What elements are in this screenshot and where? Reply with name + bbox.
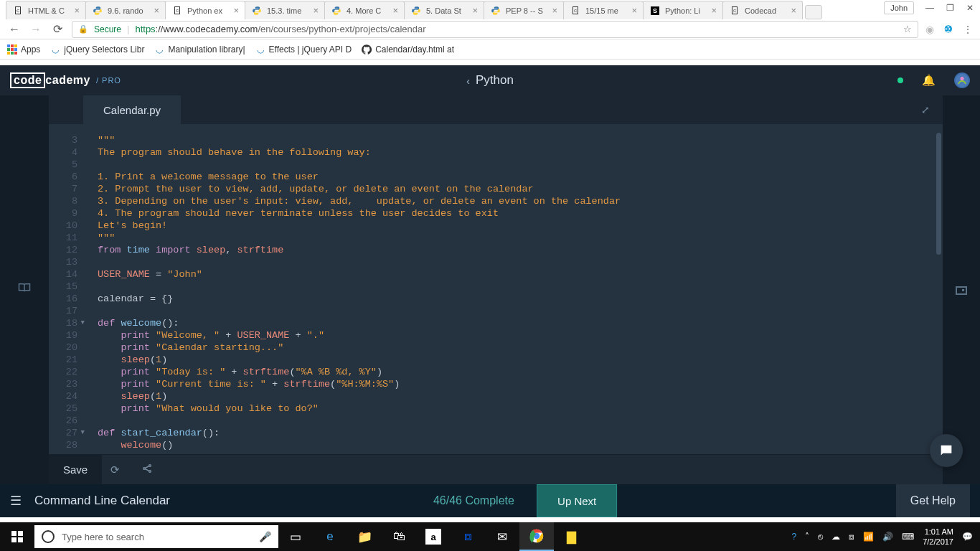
lock-icon: 🔒	[78, 24, 88, 34]
forward-button[interactable]: →	[29, 23, 43, 36]
lessons-icon[interactable]	[18, 282, 31, 296]
tab-close-icon[interactable]: ×	[313, 5, 319, 16]
tray-dropbox-icon[interactable]: ⧈	[849, 532, 854, 542]
tab-close-icon[interactable]: ×	[711, 5, 717, 16]
syllabus-menu-icon[interactable]: ☰	[10, 493, 22, 509]
tab-close-icon[interactable]: ×	[472, 5, 478, 16]
line-gutter: 3456789101112131415161718▼19202122232425…	[49, 124, 83, 454]
reload-button[interactable]: ⟳	[50, 22, 65, 36]
url-input[interactable]: 🔒 Secure | https://www.codecademy.com/en…	[72, 21, 918, 38]
share-icon[interactable]	[141, 463, 153, 476]
file-explorer-icon[interactable]: 📁	[347, 522, 382, 551]
taskbar-search[interactable]: Type here to search 🎤	[34, 525, 278, 548]
tab-close-icon[interactable]: ×	[74, 5, 80, 16]
favicon-icon: c	[729, 5, 740, 17]
codecademy-logo[interactable]: codecademy / PRO	[10, 72, 121, 88]
bookmark-effects[interactable]: ◡Effects | jQuery API D	[255, 44, 352, 55]
browser-tab[interactable]: 15.3. time×	[245, 1, 325, 19]
address-bar: ← → ⟳ 🔒 Secure | https://www.codecademy.…	[0, 19, 980, 39]
right-rail	[943, 95, 980, 484]
windows-taskbar: Type here to search 🎤 ▭ e 📁 🛍 a ⧈ ✉ ▇ ? …	[0, 522, 980, 551]
tab-close-icon[interactable]: ×	[552, 5, 557, 16]
star-icon[interactable]: ☆	[903, 24, 912, 34]
window-minimize[interactable]: —	[920, 3, 940, 13]
app-footer: ☰ Command Line Calendar 46/46 Complete U…	[0, 484, 980, 517]
user-avatar[interactable]	[954, 72, 970, 88]
mic-icon[interactable]: 🎤	[259, 531, 271, 542]
favicon-icon: S	[649, 5, 661, 17]
browser-tab[interactable]: 9.6. rando×	[85, 1, 166, 19]
tray-help-icon[interactable]: ?	[791, 532, 796, 542]
chrome-menu-icon[interactable]: ⋮	[963, 24, 973, 35]
tray-chevron-up-icon[interactable]: ˄	[805, 532, 809, 542]
browser-tab[interactable]: 4. More C×	[324, 1, 405, 19]
back-button[interactable]: ←	[7, 23, 22, 36]
task-view-icon[interactable]: ▭	[278, 522, 313, 551]
new-tab-button[interactable]	[805, 5, 822, 19]
code-editor[interactable]: 3456789101112131415161718▼19202122232425…	[49, 124, 943, 454]
browser-tab[interactable]: cPython ex×	[165, 1, 245, 19]
extension-icon[interactable]: ◉	[925, 24, 934, 35]
browser-tab[interactable]: PEP 8 -- S×	[484, 1, 564, 19]
tab-close-icon[interactable]: ×	[791, 5, 796, 16]
tray-logitech-icon[interactable]: ⎋	[818, 532, 823, 542]
course-breadcrumb[interactable]: ‹ Python	[466, 73, 514, 88]
browser-tab[interactable]: cHTML & C×	[6, 1, 86, 19]
tab-close-icon[interactable]: ×	[154, 5, 159, 16]
svg-point-4	[149, 471, 151, 473]
editor-scrollbar[interactable]	[936, 133, 941, 255]
window-maximize[interactable]: ❐	[940, 3, 960, 13]
dropbox-icon[interactable]: ⧈	[451, 522, 485, 551]
connection-status-dot	[897, 77, 903, 83]
intercom-chat-button[interactable]	[930, 434, 963, 467]
browser-tab[interactable]: 5. Data St×	[404, 1, 484, 19]
taskbar-clock[interactable]: 1:01 AM 7/2/2017	[923, 527, 953, 547]
chrome-icon[interactable]	[519, 522, 554, 551]
sticky-notes-icon[interactable]: ▇	[554, 522, 588, 551]
tray-notifications-icon[interactable]: 💬	[962, 532, 973, 542]
window-controls: John — ❐ ✕	[884, 0, 980, 16]
edge-icon[interactable]: e	[313, 522, 347, 551]
secure-label: Secure	[94, 24, 121, 34]
code-content[interactable]: """The program should behave in the foll…	[83, 124, 943, 454]
amazon-icon[interactable]: a	[425, 529, 441, 545]
get-help-button[interactable]: Get Help	[896, 484, 970, 517]
left-rail	[0, 95, 49, 484]
hp-icon[interactable]: ⑩	[944, 24, 953, 34]
taskbar-apps: ▭ e 📁 🛍 a ⧈ ✉ ▇	[278, 522, 588, 551]
tab-close-icon[interactable]: ×	[631, 5, 637, 16]
bookmark-calendar-github[interactable]: Calendar/day.html at	[362, 44, 454, 55]
bookmark-manipulation[interactable]: ◡Manipulation library|	[154, 44, 245, 55]
tab-close-icon[interactable]: ×	[233, 5, 239, 16]
start-button[interactable]	[0, 522, 34, 551]
tab-close-icon[interactable]: ×	[392, 5, 398, 16]
mail-icon[interactable]: ✉	[485, 522, 519, 551]
chrome-profile-badge[interactable]: John	[884, 1, 914, 14]
apps-bookmark[interactable]: Apps	[7, 44, 40, 55]
svg-rect-5	[11, 531, 17, 536]
store-icon[interactable]: 🛍	[382, 522, 416, 551]
tray-volume-icon[interactable]: 🔊	[882, 532, 893, 542]
notifications-icon[interactable]: 🔔	[922, 74, 936, 87]
browser-tab[interactable]: c15/15 me×	[563, 1, 644, 19]
file-tab-calendar[interactable]: Calendar.py	[83, 95, 181, 124]
app-header: codecademy / PRO ‹ Python 🔔	[0, 65, 980, 95]
tray-keyboard-icon[interactable]: ⌨	[902, 532, 914, 542]
layout-toggle-icon[interactable]	[956, 286, 967, 295]
tab-title: 9.6. rando	[108, 6, 151, 15]
window-close[interactable]: ✕	[960, 3, 980, 13]
browser-tabs-bar: cHTML & C×9.6. rando×cPython ex×15.3. ti…	[0, 0, 980, 19]
progress-label: 46/46 Complete	[433, 494, 514, 507]
tab-title: 4. More C	[347, 6, 390, 15]
bookmark-jquery-selectors[interactable]: ◡jQuery Selectors Libr	[50, 44, 144, 55]
tab-title: 5. Data St	[426, 6, 469, 15]
browser-tab[interactable]: cCodecad×	[722, 1, 803, 19]
save-button[interactable]: Save	[49, 455, 102, 484]
browser-tab[interactable]: SPython: Li×	[643, 1, 723, 19]
tray-onedrive-icon[interactable]: ☁	[831, 532, 840, 542]
favicon-icon	[92, 5, 103, 17]
tray-wifi-icon[interactable]: 📶	[863, 532, 874, 542]
reset-icon[interactable]: ⟳	[110, 463, 120, 476]
up-next-button[interactable]: Up Next	[537, 484, 617, 517]
expand-icon[interactable]: ⤢	[921, 104, 930, 116]
